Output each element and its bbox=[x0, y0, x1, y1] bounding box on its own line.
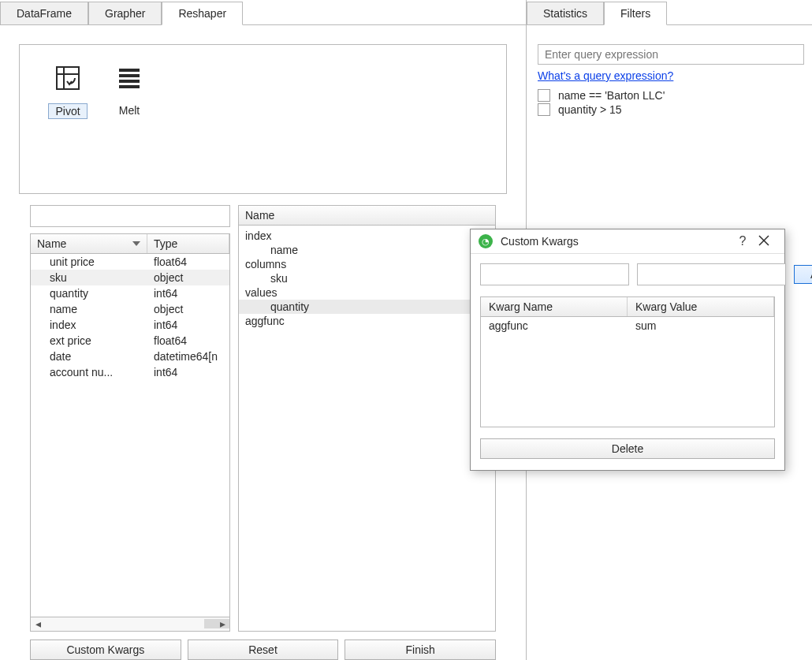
delete-kwarg-button[interactable]: Delete bbox=[480, 438, 775, 459]
tree-item[interactable]: name bbox=[239, 243, 495, 257]
fields-col-type[interactable]: Type bbox=[147, 234, 229, 253]
pandas-icon: ◔ bbox=[479, 234, 493, 248]
tree-item[interactable]: aggfunc bbox=[239, 314, 495, 328]
tool-pivot-label: Pivot bbox=[48, 103, 87, 119]
tree-item[interactable]: columns bbox=[239, 257, 495, 271]
tab-dataframe[interactable]: DataFrame bbox=[0, 2, 88, 24]
tab-statistics[interactable]: Statistics bbox=[527, 2, 604, 24]
query-input[interactable] bbox=[538, 44, 804, 65]
pivot-tree: Name indexnamecolumnsskuvaluesquantityag… bbox=[238, 205, 496, 632]
tree-item[interactable]: sku bbox=[239, 271, 495, 285]
tree-item[interactable]: quantity bbox=[239, 300, 495, 314]
tool-melt[interactable]: Melt bbox=[102, 64, 157, 117]
table-row[interactable]: aggfuncsum bbox=[481, 317, 774, 334]
tab-filters[interactable]: Filters bbox=[604, 2, 667, 25]
dialog-help-button[interactable]: ? bbox=[734, 234, 751, 248]
close-icon bbox=[758, 235, 769, 246]
melt-icon bbox=[115, 64, 143, 92]
reset-button[interactable]: Reset bbox=[188, 639, 339, 660]
dialog-close-button[interactable] bbox=[751, 235, 777, 248]
dialog-title: Custom Kwargs bbox=[501, 235, 734, 248]
tree-item[interactable]: index bbox=[239, 229, 495, 243]
table-row[interactable]: skuobject bbox=[31, 270, 229, 285]
tab-grapher[interactable]: Grapher bbox=[88, 2, 162, 24]
tree-item[interactable]: values bbox=[239, 285, 495, 300]
checkbox[interactable] bbox=[538, 103, 550, 116]
filter-item[interactable]: quantity > 15 bbox=[538, 103, 804, 117]
custom-kwargs-dialog: ◔ Custom Kwargs ? Add Kwarg Name Kwarg V… bbox=[470, 229, 785, 471]
table-row[interactable]: account nu...int64 bbox=[31, 364, 229, 380]
kwarg-name-input[interactable] bbox=[480, 263, 629, 285]
right-tabstrip: Statistics Filters bbox=[527, 0, 812, 25]
fields-col-name[interactable]: Name bbox=[31, 234, 147, 253]
table-row[interactable]: quantityint64 bbox=[31, 285, 229, 301]
scroll-left-icon[interactable]: ◂ bbox=[31, 617, 45, 630]
fields-hscroll[interactable]: ◂ ▸ bbox=[31, 617, 229, 631]
checkbox[interactable] bbox=[538, 89, 550, 102]
filter-item[interactable]: name == 'Barton LLC' bbox=[538, 88, 804, 103]
table-row[interactable]: datedatetime64[n bbox=[31, 349, 229, 364]
custom-kwargs-button[interactable]: Custom Kwargs bbox=[30, 639, 181, 660]
kwarg-value-input[interactable] bbox=[637, 263, 786, 285]
tree-header[interactable]: Name bbox=[239, 206, 495, 226]
table-row[interactable]: unit pricefloat64 bbox=[31, 254, 229, 270]
finish-button[interactable]: Finish bbox=[345, 639, 496, 660]
tool-melt-label: Melt bbox=[113, 103, 146, 117]
table-row[interactable]: nameobject bbox=[31, 301, 229, 317]
reshape-toolbox: Pivot Melt bbox=[19, 44, 507, 194]
table-row[interactable]: ext pricefloat64 bbox=[31, 333, 229, 349]
kwarg-col-name[interactable]: Kwarg Name bbox=[481, 297, 628, 316]
fields-table: Name Type unit pricefloat64skuobjectquan… bbox=[30, 233, 230, 632]
left-tabstrip: DataFrame Grapher Reshaper bbox=[0, 0, 526, 25]
tool-pivot[interactable]: Pivot bbox=[40, 64, 95, 119]
add-kwarg-button[interactable]: Add bbox=[794, 265, 812, 284]
pivot-icon bbox=[54, 64, 82, 92]
scroll-right-icon[interactable]: ▸ bbox=[215, 617, 229, 630]
fields-search-input[interactable] bbox=[30, 205, 230, 227]
kwarg-table: Kwarg Name Kwarg Value aggfuncsum bbox=[480, 296, 775, 427]
query-help-link[interactable]: What's a query expression? bbox=[538, 69, 673, 82]
tab-reshaper[interactable]: Reshaper bbox=[162, 2, 243, 25]
table-row[interactable]: indexint64 bbox=[31, 317, 229, 333]
kwarg-col-value[interactable]: Kwarg Value bbox=[628, 297, 774, 316]
